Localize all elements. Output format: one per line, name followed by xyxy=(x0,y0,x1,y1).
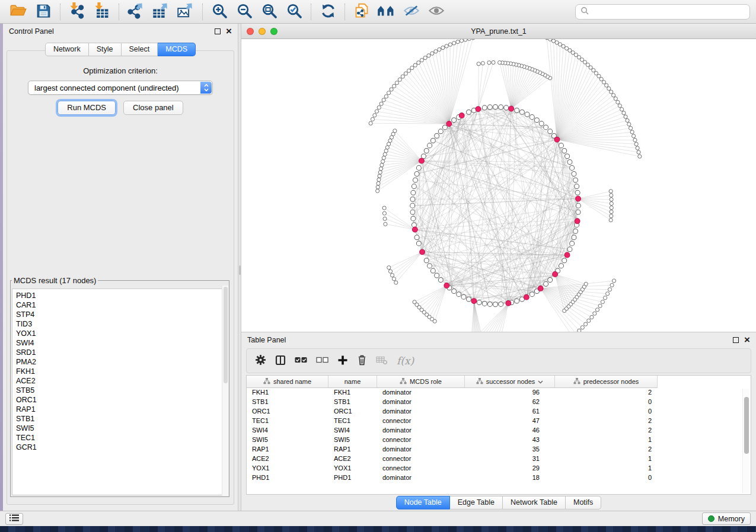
dominator-node[interactable] xyxy=(538,286,543,291)
table-row[interactable]: SWI4SWI4dominator462 xyxy=(247,426,751,435)
result-node-item[interactable]: CAR1 xyxy=(16,300,227,310)
table-row[interactable]: YOX1YOX1connector291 xyxy=(247,464,751,473)
cell-name[interactable]: ACE2 xyxy=(328,454,377,464)
cell-shared_name[interactable]: TEC1 xyxy=(247,416,328,426)
cell-name[interactable]: TEC1 xyxy=(328,416,377,426)
table-row[interactable]: STB1STB1dominator620 xyxy=(247,398,751,407)
dominator-node[interactable] xyxy=(506,300,511,306)
table-row[interactable]: PHD1PHD1dominator180 xyxy=(247,473,751,483)
cell-shared_name[interactable]: ORC1 xyxy=(247,407,328,416)
result-node-item[interactable]: GCR1 xyxy=(16,443,227,452)
dominator-node[interactable] xyxy=(554,137,560,142)
cell-predecessor_nodes[interactable]: 1 xyxy=(555,435,658,445)
cell-predecessor_nodes[interactable]: 1 xyxy=(555,464,658,473)
search-input[interactable] xyxy=(592,7,745,16)
tab-network[interactable]: Network xyxy=(45,43,89,56)
cell-successor_nodes[interactable]: 35 xyxy=(465,445,555,454)
hide-selected-button[interactable] xyxy=(399,2,424,22)
float-panel-icon[interactable] xyxy=(215,28,221,34)
table-row[interactable]: SWI5SWI5connector431 xyxy=(247,435,751,445)
result-node-item[interactable]: YOX1 xyxy=(16,329,227,338)
tab-node-table[interactable]: Node Table xyxy=(396,496,450,509)
cell-shared_name[interactable]: FKH1 xyxy=(247,388,328,398)
first-neighbors-button[interactable] xyxy=(374,2,399,22)
export-image-button[interactable] xyxy=(173,2,198,22)
cell-successor_nodes[interactable]: 18 xyxy=(465,473,555,483)
result-node-item[interactable]: PMA2 xyxy=(16,357,227,367)
table-scrollbar[interactable] xyxy=(742,389,749,493)
dominator-node[interactable] xyxy=(412,227,417,232)
table-row[interactable]: FKH1FKH1dominator962 xyxy=(247,388,751,398)
cell-mcds_role[interactable]: connector xyxy=(377,454,465,464)
cell-mcds_role[interactable]: dominator xyxy=(377,398,465,407)
tab-mcds[interactable]: MCDS xyxy=(158,43,196,56)
result-node-item[interactable]: PHD1 xyxy=(16,291,227,300)
criterion-dropdown[interactable]: largest connected component (undirected) xyxy=(28,81,213,95)
result-node-item[interactable]: ACE2 xyxy=(16,376,227,386)
deselect-all-button[interactable] xyxy=(316,356,328,366)
show-all-button[interactable] xyxy=(424,2,449,22)
add-entry-button[interactable] xyxy=(337,355,348,367)
cell-shared_name[interactable]: SWI4 xyxy=(247,426,328,435)
network-canvas[interactable] xyxy=(241,39,756,332)
result-node-item[interactable]: STP4 xyxy=(16,310,227,319)
select-all-button[interactable] xyxy=(295,356,307,366)
dominator-node[interactable] xyxy=(553,271,558,277)
column-header-predecessor-nodes[interactable]: predecessor nodes xyxy=(555,376,658,388)
dominator-node[interactable] xyxy=(419,158,425,164)
cell-predecessor_nodes[interactable]: 2 xyxy=(555,426,658,435)
float-table-panel-icon[interactable] xyxy=(733,337,739,343)
run-mcds-button[interactable]: Run MCDS xyxy=(58,101,116,115)
result-node-item[interactable]: TID3 xyxy=(16,319,227,329)
delete-entry-button[interactable] xyxy=(357,354,367,367)
zoom-selected-button[interactable] xyxy=(282,2,307,22)
column-header-MCDS-role[interactable]: MCDS role xyxy=(377,376,465,388)
close-panel-icon[interactable]: × xyxy=(226,28,232,34)
dominator-node[interactable] xyxy=(575,219,580,224)
table-row[interactable]: RAP1RAP1dominator352 xyxy=(247,445,751,454)
cell-name[interactable]: YOX1 xyxy=(328,464,377,473)
cell-name[interactable]: STB1 xyxy=(328,398,377,407)
dominator-node[interactable] xyxy=(471,299,477,304)
cell-mcds_role[interactable]: dominator xyxy=(377,407,465,416)
result-node-item[interactable]: STB1 xyxy=(16,414,227,424)
cell-predecessor_nodes[interactable]: 2 xyxy=(555,388,658,398)
export-table-button[interactable] xyxy=(148,2,173,22)
cell-predecessor_nodes[interactable]: 0 xyxy=(555,473,658,483)
tab-motifs[interactable]: Motifs xyxy=(566,496,601,509)
cell-successor_nodes[interactable]: 43 xyxy=(465,435,555,445)
cell-successor_nodes[interactable]: 96 xyxy=(465,388,555,398)
cell-predecessor_nodes[interactable]: 2 xyxy=(555,445,658,454)
minimize-window-icon[interactable] xyxy=(259,28,266,35)
save-session-button[interactable] xyxy=(31,2,56,22)
result-node-item[interactable]: ORC1 xyxy=(16,395,227,405)
show-columns-button[interactable] xyxy=(275,355,286,367)
cell-successor_nodes[interactable]: 29 xyxy=(465,464,555,473)
close-window-icon[interactable] xyxy=(247,28,254,35)
cell-mcds_role[interactable]: dominator xyxy=(377,445,465,454)
cell-shared_name[interactable]: YOX1 xyxy=(247,464,328,473)
cell-successor_nodes[interactable]: 62 xyxy=(465,398,555,407)
cell-name[interactable]: PHD1 xyxy=(328,473,377,483)
cell-name[interactable]: SWI4 xyxy=(328,426,377,435)
cell-mcds_role[interactable]: connector xyxy=(377,464,465,473)
apply-layout-button[interactable] xyxy=(315,2,340,22)
cell-predecessor_nodes[interactable]: 2 xyxy=(555,416,658,426)
cell-shared_name[interactable]: PHD1 xyxy=(247,473,328,483)
zoom-fit-button[interactable] xyxy=(257,2,282,22)
result-node-item[interactable]: STB5 xyxy=(16,386,227,395)
result-node-item[interactable]: SWI5 xyxy=(16,424,227,433)
dominator-node[interactable] xyxy=(524,294,529,300)
dominator-node[interactable] xyxy=(459,113,464,118)
import-table-button[interactable] xyxy=(90,2,114,22)
export-network-button[interactable] xyxy=(123,2,148,22)
zoom-in-button[interactable] xyxy=(207,2,232,22)
table-row[interactable]: TEC1TEC1connector472 xyxy=(247,416,751,426)
import-network-button[interactable] xyxy=(65,2,90,22)
cell-mcds_role[interactable]: connector xyxy=(377,435,465,445)
table-options-button[interactable] xyxy=(255,354,266,367)
cell-successor_nodes[interactable]: 31 xyxy=(465,454,555,464)
cell-name[interactable]: ORC1 xyxy=(328,407,377,416)
dominator-node[interactable] xyxy=(420,249,425,255)
dominator-node[interactable] xyxy=(444,283,449,289)
